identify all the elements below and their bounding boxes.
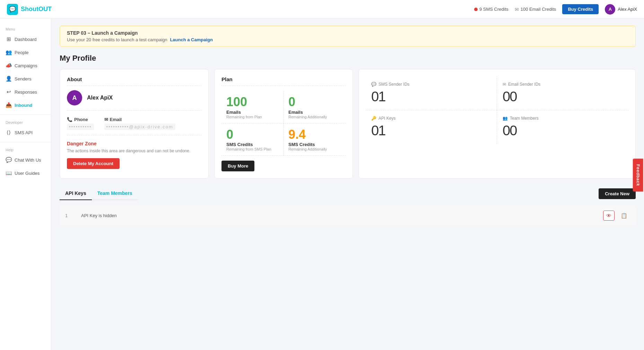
plan-metric-0-label: Emails	[226, 110, 278, 115]
sidebar-item-label-inbound: Inbound	[15, 103, 32, 108]
step-banner-text: Use your 20 free credits to launch a tes…	[67, 37, 628, 42]
api-keys-section-header: API Keys Team Members Create New	[60, 187, 636, 200]
about-user-avatar: A	[67, 90, 82, 105]
plan-metric-1-number: 0	[288, 95, 341, 109]
about-user-name: Alex ApiX	[87, 95, 113, 101]
copy-icon: 📋	[621, 213, 627, 219]
api-row-actions: 👁 📋	[603, 211, 630, 221]
buy-credits-button[interactable]: Buy Credits	[562, 4, 599, 14]
plan-metric-0-sublabel: Remaining from Plan	[226, 115, 278, 119]
sms-api-icon: ⟨⟩	[6, 129, 12, 136]
sidebar-item-dashboard[interactable]: ⊞ Dashboard	[0, 33, 51, 46]
eye-icon: 👁	[606, 213, 611, 219]
responses-icon: ↩	[6, 89, 12, 95]
user-avatar: A	[605, 4, 615, 15]
email-sender-ids-item: ✉ Email Sender IDs 00	[497, 76, 628, 110]
step-banner-desc: Use your 20 free credits to launch a tes…	[67, 37, 167, 42]
email-icon: ✉	[515, 7, 519, 12]
sms-sender-icon: 💬	[371, 82, 376, 87]
api-keys-icon: 🔑	[371, 116, 376, 121]
danger-zone-title: Danger Zone	[67, 141, 201, 146]
step-banner-title: STEP 03 – Launch a Campaign	[67, 30, 628, 36]
sidebar-item-label-responses: Responses	[15, 89, 37, 95]
api-keys-stat-value: 01	[371, 123, 491, 138]
buy-more-button[interactable]: Buy More	[221, 161, 254, 171]
main-content: STEP 03 – Launch a Campaign Use your 20 …	[51, 19, 644, 350]
sidebar-item-chat[interactable]: 💬 Chat With Us	[0, 153, 51, 167]
user-badge[interactable]: A Alex ApiX	[605, 4, 637, 15]
logo[interactable]: 💬 ShoutOUT	[7, 4, 52, 15]
sms-dot	[474, 8, 478, 11]
about-card: About A Alex ApiX 📞 Phone ••••••••••	[60, 69, 209, 179]
page-title: My Profile	[60, 54, 636, 63]
api-key-row: 1 API Key is hidden 👁 📋	[60, 206, 636, 225]
senders-icon: 👤	[6, 76, 12, 82]
sidebar-developer-label: Developer	[0, 118, 51, 126]
copy-api-key-button[interactable]: 📋	[618, 211, 630, 221]
tab-team-members[interactable]: Team Members	[92, 187, 138, 200]
sidebar-item-label-sms-api: SMS API	[15, 130, 33, 135]
api-key-label: API Key is hidden	[81, 213, 598, 218]
sms-sender-ids-value: 01	[371, 89, 491, 104]
api-keys-stat-item: 🔑 API Keys 01	[366, 110, 497, 144]
team-members-stat-label: 👥 Team Members	[503, 116, 623, 121]
plan-metric-1-label: Emails	[288, 110, 341, 115]
feedback-tab[interactable]: Feedback	[633, 159, 643, 191]
phone-contact: 📞 Phone ••••••••••	[67, 117, 94, 130]
chat-icon: 💬	[6, 157, 12, 163]
plan-metric-2-sublabel: Remaining from SMS Plan	[226, 147, 278, 151]
plan-metric-0-number: 100	[226, 95, 278, 109]
sidebar-item-label-people: People	[15, 50, 28, 55]
plan-metric-2-number: 0	[226, 128, 278, 142]
topnav: 💬 ShoutOUT 9 SMS Credits ✉ 100 Email Cre…	[0, 0, 644, 19]
plan-metrics: 100 Emails Remaining from Plan 0 Emails …	[221, 91, 346, 156]
plan-metric-3-number: 9.4	[288, 128, 341, 142]
inbound-icon: 📥	[6, 102, 12, 108]
team-members-stat-item: 👥 Team Members 00	[497, 110, 628, 144]
email-credits: ✉ 100 Email Credits	[515, 7, 556, 12]
sidebar-item-sms-api[interactable]: ⟨⟩ SMS API	[0, 126, 51, 139]
email-value: ••••••••••@apix-drive.com	[104, 123, 175, 130]
user-guides-icon: 📖	[6, 170, 12, 176]
sidebar-item-label-campaigns: Campaigns	[15, 63, 37, 68]
step-banner: STEP 03 – Launch a Campaign Use your 20 …	[60, 26, 636, 47]
team-members-stat-value: 00	[503, 123, 623, 138]
sms-credits-label: 9 SMS Credits	[479, 7, 508, 12]
plan-metric-1: 0 Emails Remaining Additionally	[284, 91, 346, 123]
tab-api-keys[interactable]: API Keys	[60, 187, 92, 200]
sidebar-item-label-dashboard: Dashboard	[15, 37, 37, 42]
plan-metric-2: 0 SMS Credits Remaining from SMS Plan	[221, 123, 284, 156]
launch-campaign-link[interactable]: Launch a Campaign	[170, 37, 213, 42]
user-info-row: A Alex ApiX	[67, 90, 201, 111]
sidebar-item-label-user-guides: User Guides	[15, 171, 40, 176]
sms-sender-ids-item: 💬 SMS Sender IDs 01	[366, 76, 497, 110]
email-sender-ids-value: 00	[503, 89, 623, 104]
feedback-label: Feedback	[635, 164, 640, 186]
delete-account-button[interactable]: Delete My Account	[67, 158, 120, 169]
user-name: Alex ApiX	[618, 7, 637, 12]
logo-icon: 💬	[7, 4, 18, 15]
sms-credits: 9 SMS Credits	[474, 7, 508, 12]
sidebar-item-inbound[interactable]: 📥 Inbound	[0, 99, 51, 112]
sidebar-item-label-senders: Senders	[15, 76, 31, 82]
sidebar-item-people[interactable]: 👥 People	[0, 46, 51, 59]
about-section-title: About	[67, 76, 201, 86]
layout: Menu ⊞ Dashboard 👥 People 📣 Campaigns 👤 …	[0, 19, 644, 350]
email-contact: ✉ Email ••••••••••@apix-drive.com	[104, 117, 175, 130]
sidebar-item-user-guides[interactable]: 📖 User Guides	[0, 167, 51, 180]
sidebar-item-responses[interactable]: ↩ Responses	[0, 85, 51, 99]
plan-metric-0: 100 Emails Remaining from Plan	[221, 91, 284, 123]
dashboard-icon: ⊞	[6, 36, 12, 42]
reveal-api-key-button[interactable]: 👁	[603, 211, 615, 221]
contact-row: 📞 Phone •••••••••• ✉ Email ••••••••••@ap…	[67, 117, 201, 135]
danger-zone-text: The actions inside this area are dangero…	[67, 148, 201, 153]
email-sender-ids-label: ✉ Email Sender IDs	[503, 82, 623, 87]
sidebar-item-senders[interactable]: 👤 Senders	[0, 72, 51, 85]
plan-section-title: Plan	[221, 76, 346, 86]
create-new-button[interactable]: Create New	[599, 188, 636, 199]
sidebar-item-campaigns[interactable]: 📣 Campaigns	[0, 59, 51, 72]
people-icon: 👥	[6, 49, 12, 56]
plan-metric-1-sublabel: Remaining Additionally	[288, 115, 341, 119]
email-credits-label: 100 Email Credits	[521, 7, 556, 12]
plan-metric-3: 9.4 SMS Credits Remaining Additionally	[284, 123, 346, 156]
